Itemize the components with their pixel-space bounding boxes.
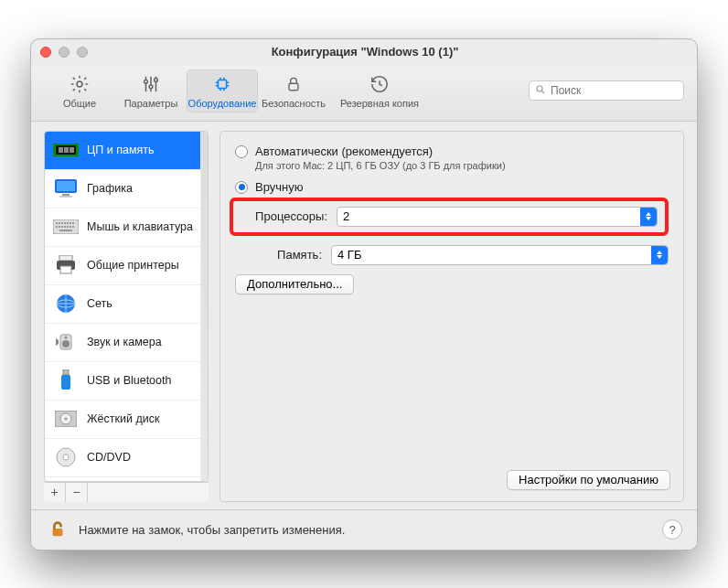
- toolbar-label: Параметры: [124, 98, 178, 109]
- stepper-arrows-icon: [651, 246, 668, 264]
- svg-point-39: [65, 337, 68, 339]
- sidebar-item-label: Звук и камера: [87, 336, 162, 348]
- search-field[interactable]: [529, 80, 684, 101]
- processors-label: Процессоры:: [241, 209, 327, 223]
- svg-rect-20: [64, 222, 66, 224]
- sidebar-item-label: CD/DVD: [87, 451, 131, 464]
- svg-rect-14: [62, 194, 70, 196]
- svg-point-44: [65, 418, 68, 421]
- svg-point-38: [62, 340, 70, 347]
- sidebar-item-sound[interactable]: Звук и камера: [45, 324, 200, 362]
- toolbar-label: Общие: [63, 98, 96, 109]
- processors-highlight: Процессоры: 2: [230, 198, 669, 236]
- svg-point-0: [77, 81, 82, 87]
- sidebar-item-label: Общие принтеры: [87, 259, 179, 272]
- toolbar-label: Безопасность: [262, 98, 326, 109]
- mode-auto-row[interactable]: Автоматически (рекомендуется): [235, 144, 669, 158]
- toolbar-tab-options[interactable]: Параметры: [115, 69, 187, 112]
- printer-icon: [52, 253, 80, 277]
- svg-rect-32: [59, 255, 72, 261]
- svg-rect-5: [289, 83, 298, 91]
- toolbar-tab-general[interactable]: Общие: [44, 69, 115, 112]
- disc-icon: [52, 445, 80, 469]
- chip-icon: [211, 73, 233, 95]
- cpu-icon: [52, 138, 80, 162]
- sidebar-item-label: USB и Bluetooth: [87, 374, 171, 387]
- monitor-icon: [52, 176, 80, 200]
- usb-icon: [52, 369, 80, 392]
- toolbar-tab-hardware[interactable]: Оборудование: [187, 69, 258, 112]
- sidebar-item-network[interactable]: Сеть: [45, 285, 200, 324]
- svg-rect-24: [56, 226, 58, 228]
- keyboard-icon: [52, 215, 80, 239]
- svg-rect-29: [70, 226, 71, 228]
- svg-rect-9: [59, 147, 63, 153]
- svg-rect-27: [64, 226, 66, 228]
- radio-manual[interactable]: [235, 181, 248, 194]
- svg-rect-26: [61, 226, 63, 228]
- history-icon: [369, 73, 391, 95]
- svg-rect-31: [59, 230, 72, 231]
- memory-label: Память:: [235, 248, 322, 262]
- svg-point-3: [155, 78, 158, 81]
- lock-button[interactable]: [46, 518, 70, 541]
- add-device-button[interactable]: +: [44, 483, 66, 502]
- toolbar: Общие Параметры Оборудование: [31, 65, 697, 122]
- sidebar-item-usb[interactable]: USB и Bluetooth: [45, 362, 200, 401]
- lock-text: Нажмите на замок, чтобы запретить измене…: [79, 523, 345, 537]
- globe-icon: [52, 292, 80, 315]
- svg-rect-28: [67, 226, 69, 228]
- stepper-arrows-icon: [640, 208, 657, 226]
- sidebar-item-cpu[interactable]: ЦП и память: [45, 132, 200, 170]
- svg-rect-19: [61, 222, 63, 224]
- svg-rect-11: [70, 147, 74, 153]
- svg-rect-30: [72, 226, 74, 228]
- body: ЦП и память Графика Мышь и: [31, 122, 697, 509]
- advanced-button[interactable]: Дополнительно...: [235, 274, 354, 294]
- toolbar-tab-backup[interactable]: Резервная копия: [329, 69, 430, 112]
- sidebar-item-label: ЦП и память: [87, 144, 154, 156]
- svg-rect-13: [57, 181, 75, 191]
- svg-point-2: [149, 84, 153, 88]
- svg-rect-23: [72, 222, 74, 224]
- sidebar-item-mouse[interactable]: Мышь и клавиатура: [45, 208, 200, 247]
- mode-manual-label: Вручную: [255, 180, 303, 194]
- sidebar-item-label: Сеть: [87, 297, 112, 310]
- sidebar-item-graphics[interactable]: Графика: [45, 170, 200, 208]
- titlebar: Конфигурация "Windows 10 (1)": [31, 39, 697, 65]
- window-title: Конфигурация "Windows 10 (1)": [42, 45, 688, 59]
- help-button[interactable]: ?: [662, 519, 682, 540]
- svg-point-46: [63, 454, 69, 460]
- toolbar-label: Оборудование: [188, 98, 257, 109]
- sidebar-item-cddvd[interactable]: CD/DVD: [45, 439, 200, 477]
- svg-rect-41: [61, 375, 70, 390]
- remove-device-button[interactable]: −: [66, 483, 88, 502]
- svg-rect-4: [218, 80, 226, 88]
- sidebar-item-printers[interactable]: Общие принтеры: [45, 247, 200, 285]
- radio-auto[interactable]: [235, 145, 248, 158]
- processors-select[interactable]: 2: [337, 207, 658, 227]
- footer: Нажмите на замок, чтобы запретить измене…: [31, 509, 697, 550]
- sidebar-scrollbar[interactable]: [200, 132, 208, 481]
- svg-rect-15: [59, 196, 72, 198]
- svg-rect-34: [60, 266, 71, 273]
- memory-select[interactable]: 4 ГБ: [331, 245, 669, 265]
- svg-rect-40: [63, 369, 69, 375]
- mode-manual-row[interactable]: Вручную: [235, 180, 669, 194]
- search-input[interactable]: [551, 84, 688, 97]
- svg-rect-17: [56, 222, 58, 224]
- sidebar-item-hdd[interactable]: Жёсткий диск: [45, 401, 200, 439]
- sidebar-item-label: Мышь и клавиатура: [87, 220, 193, 233]
- sidebar-add-remove: + −: [44, 482, 209, 502]
- sidebar-item-label: Графика: [87, 182, 133, 195]
- lock-icon: [283, 73, 305, 95]
- svg-point-1: [145, 80, 148, 83]
- svg-rect-10: [64, 147, 69, 153]
- hdd-icon: [52, 407, 80, 431]
- defaults-button[interactable]: Настройки по умолчанию: [507, 470, 670, 490]
- toolbar-tab-security[interactable]: Безопасность: [258, 69, 329, 112]
- svg-rect-21: [67, 222, 69, 224]
- processors-value: 2: [343, 209, 349, 223]
- speaker-icon: [52, 330, 80, 354]
- hardware-sidebar: ЦП и память Графика Мышь и: [44, 131, 209, 482]
